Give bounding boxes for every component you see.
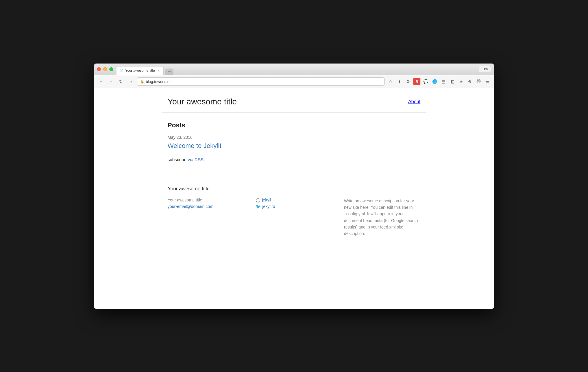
tab-close-icon[interactable]: ×: [158, 69, 160, 72]
footer-col-desc: Write an awesome description for your ne…: [344, 198, 420, 237]
footer-description: Write an awesome description for your ne…: [344, 198, 420, 237]
site-header: Your awesome title About: [162, 88, 426, 113]
ext1-icon[interactable]: ▤: [440, 78, 447, 85]
user-button[interactable]: Tim: [479, 66, 491, 72]
post-date: May 23, 2016: [168, 135, 420, 140]
site-footer: Your awesome title Your awesome title yo…: [94, 177, 494, 246]
twitter-icon: 🐦: [256, 204, 261, 209]
footer-email-link[interactable]: your-email@domain.com: [168, 204, 244, 209]
active-tab[interactable]: 📄 Your awesome title ×: [116, 66, 163, 75]
minimize-button[interactable]: [103, 67, 107, 71]
back-button[interactable]: ←: [97, 78, 105, 85]
tab-bar: 📄 Your awesome title × ▭: [116, 64, 173, 75]
address-bar: ← → ↻ ⌂ 🔒 blog.towens.net ☆ ℹ ⚙ R 💬 🌐 ▤ …: [94, 75, 494, 88]
speech-icon[interactable]: 💬: [422, 78, 429, 85]
title-bar: 📄 Your awesome title × ▭ Tim: [94, 64, 494, 75]
url-text: blog.towens.net: [146, 79, 173, 84]
toolbar-icons: ☆ ℹ ⚙ R 💬 🌐 ▤ ◧ ◈ ⊕ Ⓦ ☰: [387, 78, 491, 85]
extension-red-icon[interactable]: R: [413, 78, 420, 85]
footer-col-social: ◯ jekyll 🐦 jekyllrb: [256, 198, 332, 237]
posts-heading: Posts: [168, 121, 420, 129]
site-nav: About: [408, 99, 420, 104]
refresh-button[interactable]: ↻: [117, 78, 125, 85]
forward-icon: →: [109, 79, 113, 84]
home-button[interactable]: ⌂: [127, 78, 135, 85]
refresh-icon: ↻: [119, 79, 123, 84]
traffic-lights: [97, 67, 113, 71]
bookmark-icon[interactable]: ☆: [387, 78, 394, 85]
url-field[interactable]: 🔒 blog.towens.net: [137, 77, 385, 86]
tab-page-icon: 📄: [120, 69, 123, 72]
menu-icon[interactable]: ☰: [484, 78, 491, 85]
subscribe-prefix: subscribe: [168, 157, 188, 162]
rss-link[interactable]: via RSS: [188, 157, 203, 162]
info-icon[interactable]: ℹ: [396, 78, 403, 85]
close-button[interactable]: [97, 67, 101, 71]
browser-window: 📄 Your awesome title × ▭ Tim ← → ↻ ⌂ 🔒 b…: [94, 64, 494, 309]
wordpress-icon[interactable]: Ⓦ: [475, 78, 482, 85]
subscribe-text: subscribe via RSS: [168, 157, 420, 162]
lock-icon: 🔒: [140, 80, 144, 84]
back-icon: ←: [99, 79, 103, 84]
translate-icon[interactable]: 🌐: [431, 78, 438, 85]
forward-button[interactable]: →: [107, 78, 115, 85]
site-main: Posts May 23, 2016 Welcome to Jekyll! su…: [162, 113, 426, 171]
site-title: Your awesome title: [168, 97, 237, 106]
footer-site-name: Your awesome title: [168, 198, 244, 202]
home-icon: ⌂: [130, 79, 132, 84]
new-tab-button[interactable]: ▭: [165, 69, 173, 75]
footer-title: Your awesome title: [168, 186, 420, 192]
ext4-icon[interactable]: ⊕: [466, 78, 473, 85]
twitter-link[interactable]: jekyllrb: [262, 204, 275, 209]
settings-icon[interactable]: ⚙: [405, 78, 412, 85]
maximize-button[interactable]: [109, 67, 113, 71]
github-item: ◯ jekyll: [256, 198, 332, 202]
twitter-item: 🐦 jekyllrb: [256, 204, 332, 209]
footer-col-contact: Your awesome title your-email@domain.com: [168, 198, 244, 237]
website-content: Your awesome title About Posts May 23, 2…: [94, 88, 494, 309]
new-tab-icon: ▭: [168, 69, 171, 74]
tab-title: Your awesome title: [125, 69, 155, 73]
footer-columns: Your awesome title your-email@domain.com…: [168, 198, 420, 237]
post-title-link[interactable]: Welcome to Jekyll!: [168, 142, 420, 150]
about-link[interactable]: About: [408, 99, 420, 104]
github-icon: ◯: [256, 198, 260, 202]
github-link[interactable]: jekyll: [262, 198, 271, 202]
ext2-icon[interactable]: ◧: [449, 78, 456, 85]
ext3-icon[interactable]: ◈: [457, 78, 465, 85]
